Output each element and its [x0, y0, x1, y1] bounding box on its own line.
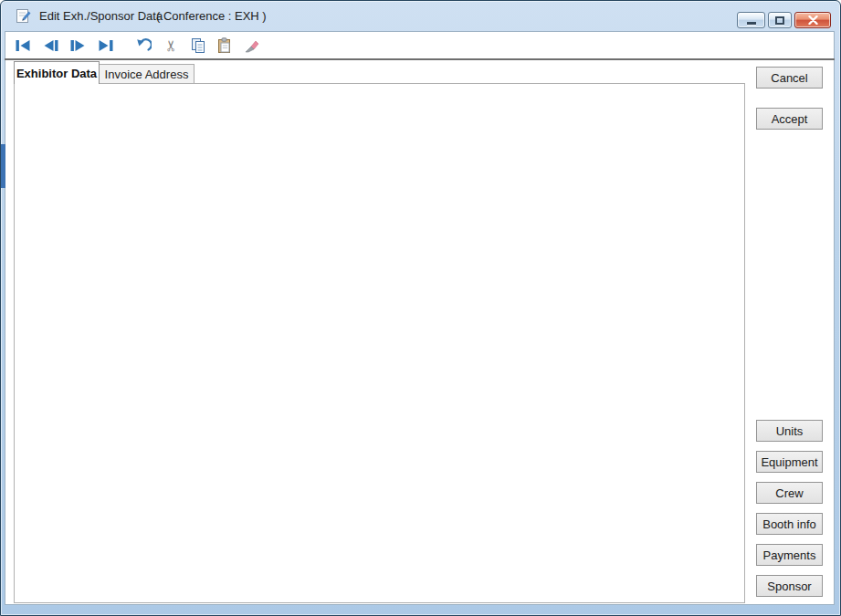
background-window-edge — [1, 144, 5, 188]
units-button[interactable]: Units — [756, 420, 823, 442]
sponsor-button[interactable]: Sponsor — [756, 575, 823, 597]
copy-icon[interactable] — [189, 37, 207, 55]
close-button[interactable] — [794, 12, 831, 28]
booth-info-button[interactable]: Booth info — [756, 513, 823, 535]
tab-exhibitor-data[interactable]: Exhibitor Data — [14, 61, 100, 84]
paste-icon[interactable] — [216, 37, 234, 55]
titlebar[interactable]: Edit Exh./Sponsor Data ( Conference : EX… — [1, 1, 840, 31]
last-record-icon[interactable] — [96, 37, 114, 55]
window-title-conference: ( Conference : EXH ) — [156, 9, 267, 23]
previous-record-icon[interactable] — [41, 37, 59, 55]
minimize-icon — [747, 22, 756, 25]
first-record-icon[interactable] — [14, 37, 32, 55]
payments-button[interactable]: Payments — [756, 544, 823, 566]
maximize-button[interactable] — [768, 12, 792, 28]
cancel-button[interactable]: Cancel — [756, 67, 823, 89]
toolbar-separator — [5, 58, 835, 60]
window-title: Edit Exh./Sponsor Data — [39, 9, 163, 23]
maximize-icon — [775, 16, 784, 25]
accept-button[interactable]: Accept — [756, 108, 823, 130]
next-record-icon[interactable] — [68, 37, 87, 55]
delete-icon[interactable] — [242, 37, 260, 55]
equipment-button[interactable]: Equipment — [756, 451, 823, 473]
crew-button[interactable]: Crew — [756, 482, 823, 504]
undo-icon[interactable] — [134, 37, 152, 55]
dialog-window: Edit Exh./Sponsor Data ( Conference : EX… — [0, 0, 841, 616]
close-icon — [808, 16, 818, 25]
edit-form-icon — [16, 8, 32, 25]
minimize-button[interactable] — [737, 12, 765, 28]
exhibitor-data-panel — [14, 83, 745, 603]
tab-invoice-address[interactable]: Invoice Address — [100, 64, 194, 83]
cut-icon[interactable]: ✂ — [163, 37, 181, 55]
